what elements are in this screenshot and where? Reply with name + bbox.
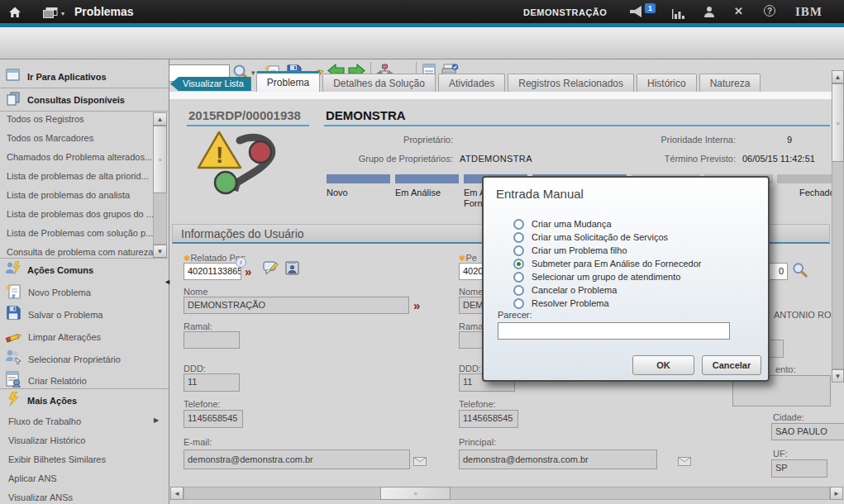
- radio-selecionar-grupo[interactable]: [513, 272, 524, 283]
- close-icon[interactable]: ✕: [734, 5, 743, 17]
- comments-icon[interactable]: [263, 260, 280, 279]
- tab-registros-relacionados[interactable]: Registros Relacionados: [508, 74, 634, 93]
- sidebar-header-queries[interactable]: Consultas Disponíveis: [27, 95, 125, 105]
- window-menu-icon[interactable]: [43, 7, 58, 21]
- envelope-icon[interactable]: [678, 454, 691, 469]
- sidebar-action-clear-changes[interactable]: Limpar Alterações: [28, 332, 101, 342]
- due-label: Término Previsto:: [579, 154, 736, 164]
- help-icon[interactable]: ?: [764, 5, 775, 17]
- entrada-manual-dialog: Entrada Manual Criar uma Mudança Criar u…: [482, 176, 770, 382]
- sidebar-scroll-up[interactable]: ▲: [153, 112, 167, 126]
- sidebar-divider: [0, 88, 169, 88]
- select-owner-icon: [5, 349, 21, 368]
- sidebar-scroll-down[interactable]: ▼: [153, 245, 167, 258]
- sidebar-action-view-slas[interactable]: Visualizar ANSs: [8, 492, 73, 502]
- radio-label[interactable]: Criar uma Mudança: [532, 219, 612, 229]
- relatado-por-field[interactable]: 40201133865: [184, 263, 241, 280]
- parecer-label: Parecer:: [498, 310, 532, 320]
- content-scroll-thumb[interactable]: ≡: [832, 83, 844, 162]
- record-id: 2015RDP/00001938: [188, 108, 301, 122]
- sidebar-query-item[interactable]: Todos os Marcadores: [7, 133, 93, 143]
- content-scroll-right[interactable]: ►: [830, 487, 843, 500]
- view-list-button[interactable]: Visualizar Lista: [170, 77, 251, 91]
- sidebar-action-workflow[interactable]: Fluxo de Trabalho: [8, 416, 81, 426]
- content-scroll-left[interactable]: ◄: [170, 487, 184, 500]
- radio-label[interactable]: Criar um Problema filho: [532, 245, 627, 255]
- telefone-field[interactable]: 1145658545: [184, 410, 243, 428]
- notification-badge[interactable]: 1: [645, 3, 656, 13]
- radio-label[interactable]: Submeter para Em Análise do Fornecedor: [532, 259, 701, 269]
- announcements-icon[interactable]: [630, 6, 646, 21]
- complemento-label-fragment: ento:: [775, 364, 795, 374]
- sidebar-header-more-actions[interactable]: Mais Ações: [27, 396, 77, 406]
- uf-field[interactable]: SP: [771, 459, 827, 478]
- tab-atividades[interactable]: Atividades: [438, 74, 505, 93]
- radio-label[interactable]: Cancelar o Problema: [532, 285, 617, 295]
- radio-criar-problema-filho[interactable]: [513, 245, 524, 256]
- stats-icon[interactable]: [672, 7, 684, 22]
- sidebar-action-save-problem[interactable]: Salvar o Problema: [28, 310, 103, 320]
- cidade-field[interactable]: SAO PAULO: [771, 423, 844, 440]
- window-menu-caret-icon[interactable]: ▾: [61, 10, 64, 17]
- telefone2-field[interactable]: 1145658545: [459, 410, 518, 428]
- svg-text:#: #: [12, 292, 16, 300]
- person-details-icon[interactable]: [284, 260, 301, 279]
- parecer-input[interactable]: [498, 322, 730, 340]
- content-scroll-up[interactable]: ▲: [832, 70, 844, 83]
- content-hscroll-track[interactable]: [184, 487, 830, 500]
- radio-label[interactable]: Criar uma Solicitação de Serviços: [532, 232, 668, 242]
- tab-problema[interactable]: Problema: [256, 71, 320, 93]
- radio-cancelar-problema[interactable]: [513, 285, 524, 296]
- ddd-field[interactable]: 11: [184, 373, 240, 392]
- owner-label: Proprietário:: [298, 135, 453, 145]
- radio-criar-mudanca[interactable]: [513, 219, 524, 230]
- sidebar-query-item[interactable]: Lista de problemas dos grupos do ...: [7, 209, 154, 219]
- sidebar-action-apply-sla[interactable]: Aplicar ANS: [8, 473, 57, 483]
- ramal-label: Ramal:: [184, 321, 212, 331]
- sidebar-query-item[interactable]: Lista de problemas do analista: [7, 190, 130, 200]
- ramal-field[interactable]: [184, 331, 240, 349]
- detail-menu-icon[interactable]: »: [245, 265, 251, 278]
- sidebar-query-item[interactable]: Consulta de problema com natureza: [7, 247, 153, 257]
- cancel-button[interactable]: Cancelar: [702, 355, 761, 375]
- tab-historico[interactable]: Histórico: [637, 74, 697, 93]
- sidebar-scroll-thumb[interactable]: ≡: [153, 126, 167, 193]
- scroll-down-icon: ▼: [835, 373, 842, 380]
- sidebar-action-new-problem[interactable]: Novo Problema: [28, 288, 91, 297]
- tab-natureza[interactable]: Natureza: [699, 74, 761, 93]
- priority-label: Prioridade Interna:: [579, 135, 736, 145]
- content-scroll-down[interactable]: ▼: [832, 369, 844, 383]
- common-actions-icon: [5, 261, 21, 278]
- envelope-icon[interactable]: [413, 454, 427, 469]
- profile-icon[interactable]: [703, 6, 715, 21]
- pessoa-label: ✱Pe: [459, 253, 477, 263]
- radio-label[interactable]: Resolver Problema: [532, 298, 609, 308]
- ok-button[interactable]: OK: [632, 355, 694, 375]
- content-hscroll-thumb[interactable]: ≡: [380, 487, 451, 500]
- sidebar-action-create-report[interactable]: Criar Relatório: [28, 376, 87, 386]
- nome-field[interactable]: DEMONSTRAÇÃO: [184, 297, 409, 314]
- home-icon[interactable]: [8, 6, 21, 21]
- radio-submeter-analise-fornecedor[interactable]: [513, 259, 524, 269]
- sidebar-action-similar-tickets[interactable]: Exibir Bilhetes Similares: [8, 454, 106, 464]
- sidebar-action-view-history[interactable]: Visualizar Histórico: [8, 435, 85, 445]
- sidebar-query-item[interactable]: Chamados do Problema alterados...: [7, 152, 152, 162]
- sidebar-action-select-owner[interactable]: Selecionar Proprietário: [28, 354, 121, 364]
- go-apps-icon: [6, 69, 21, 86]
- sidebar-header-common-actions[interactable]: Ações Comuns: [27, 265, 93, 275]
- email-label: E-mail:: [184, 437, 212, 447]
- principal-field[interactable]: demonstra@demonstra.com.br: [459, 449, 657, 469]
- email-field[interactable]: demonstra@demonstra.com.br: [184, 449, 410, 469]
- radio-label[interactable]: Selecionar um grupo de atendimento: [532, 272, 680, 282]
- detail-menu-icon[interactable]: »: [413, 299, 420, 311]
- radio-criar-solicitacao[interactable]: [513, 232, 524, 243]
- sidebar-header-go-apps[interactable]: Ir Para Aplicativos: [27, 72, 107, 82]
- radio-resolver-problema[interactable]: [513, 298, 524, 309]
- magnifier-icon[interactable]: [792, 262, 808, 281]
- collapse-arrow-icon[interactable]: ◄: [164, 278, 171, 286]
- nome2-label: Nome: [459, 287, 483, 297]
- sidebar-query-item[interactable]: Lista de problemas de alta priorid...: [7, 171, 149, 181]
- sidebar-query-item[interactable]: Lista de Problemas com solução p...: [7, 228, 153, 238]
- sidebar-query-item[interactable]: Todos os Registros: [7, 114, 84, 124]
- tab-detalhes-da-solucao[interactable]: Detalhes da Solução: [322, 74, 436, 93]
